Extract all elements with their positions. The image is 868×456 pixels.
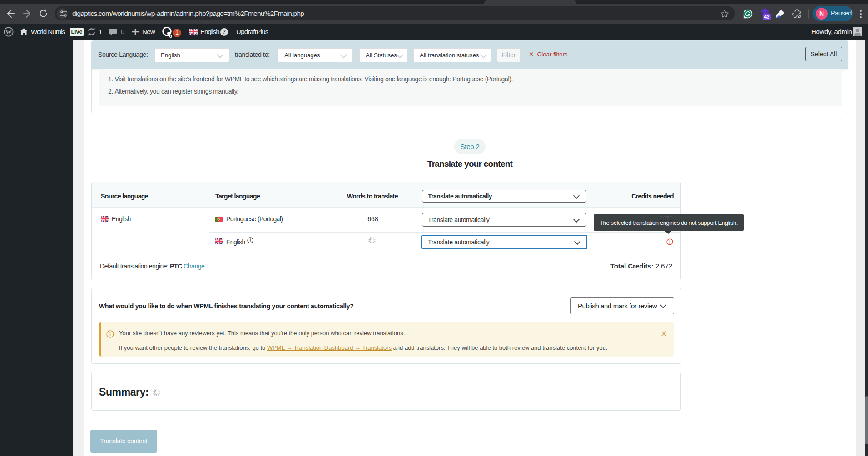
svg-text:43: 43: [764, 14, 769, 20]
svg-text:W: W: [5, 29, 12, 35]
